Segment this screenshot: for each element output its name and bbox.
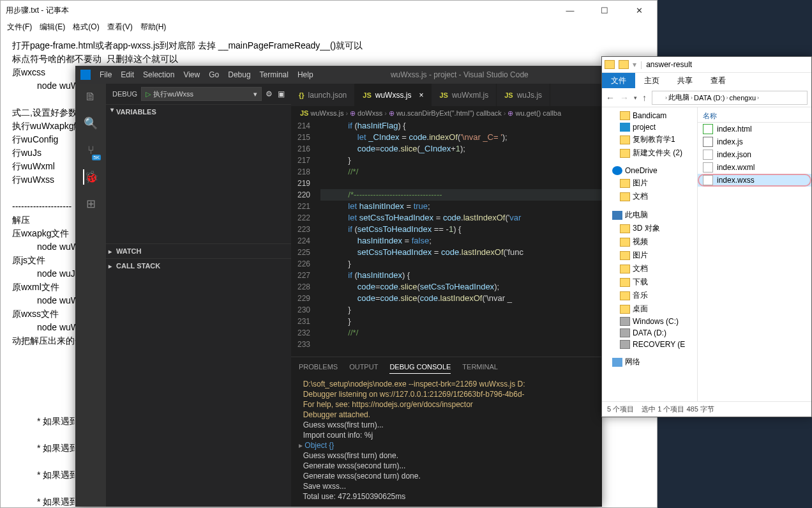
tree-node[interactable]: 视频 xyxy=(602,235,697,249)
tab-wuWxss.js[interactable]: JSwuWxss.js× xyxy=(355,84,432,106)
file-icon: JS xyxy=(300,109,308,117)
menu-debug[interactable]: Debug xyxy=(228,70,250,79)
editor-tabs: {}launch.jsonJSwuWxss.js×JSwuWxml.jsJSwu… xyxy=(291,84,602,106)
tree-node[interactable]: 复制教育学1 xyxy=(602,133,697,146)
file-icon xyxy=(703,124,713,134)
method-icon: ⊕ xyxy=(389,109,395,118)
tree-node[interactable]: DATA (D:) xyxy=(602,327,697,339)
maximize-button[interactable]: ☐ xyxy=(592,6,617,15)
ribbon-file[interactable]: 文件 xyxy=(602,73,635,88)
menu-edit[interactable]: 编辑(E) xyxy=(37,20,68,34)
debug-config-name: 执行wuWxss xyxy=(153,89,193,99)
debug-sidebar: DEBUG ▷ 执行wuWxss ▾ ⚙ ▣ ▸ VARIABLES ▸ WAT… xyxy=(106,84,291,507)
tree-node[interactable]: 新建文件夹 (2) xyxy=(602,146,697,160)
debug-console[interactable]: D:\soft_setup\nodejs\node.exe --inspect-… xyxy=(291,376,602,507)
up-button[interactable]: ↑ xyxy=(642,93,647,103)
tab-wuJs.js[interactable]: JSwuJs.js xyxy=(497,84,550,106)
explorer-icon[interactable]: 🗎 xyxy=(83,89,98,104)
net-icon xyxy=(612,358,622,367)
tree-node[interactable]: 图片 xyxy=(602,249,697,262)
file-icon xyxy=(703,150,713,160)
column-header-name[interactable]: 名称 xyxy=(698,110,811,123)
folder-icon xyxy=(620,192,630,201)
tree-node[interactable]: 文档 xyxy=(602,262,697,275)
tree-node[interactable]: 网络 xyxy=(602,355,697,369)
menu-terminal[interactable]: Terminal xyxy=(260,70,289,79)
ribbon-home[interactable]: 主页 xyxy=(635,73,668,88)
menu-file[interactable]: File xyxy=(100,70,112,79)
search-icon[interactable]: 🔍 xyxy=(83,116,98,131)
folder-icon xyxy=(620,265,630,273)
tree-node[interactable]: 文档 xyxy=(602,190,697,203)
ribbon-share[interactable]: 共享 xyxy=(668,73,702,88)
nav-tree: Bandicamproject复制教育学1新建文件夹 (2)OneDrive图片… xyxy=(602,107,698,401)
file-icon: JS xyxy=(439,91,447,99)
panel-tab-debug-console[interactable]: DEBUG CONSOLE xyxy=(389,360,451,374)
tree-node[interactable]: RECOVERY (E xyxy=(602,339,697,350)
tree-node[interactable]: Bandicam xyxy=(602,110,697,121)
console-icon[interactable]: ▣ xyxy=(278,89,285,98)
drive-icon xyxy=(620,317,630,326)
folder-icon xyxy=(620,291,630,300)
tab-wuWxml.js[interactable]: JSwuWxml.js xyxy=(432,84,497,106)
nav-bar: ← → ▾ ↑ › 此电脑›DATA (D:)›chengxu› xyxy=(602,88,811,107)
recent-button[interactable]: ▾ xyxy=(634,95,637,101)
panel-tab-problems[interactable]: PROBLEMS xyxy=(299,360,338,373)
file-item[interactable]: index.wxss xyxy=(698,174,811,187)
vscode-titlebar[interactable]: File Edit Selection View Go Debug Termin… xyxy=(75,66,602,84)
tab-launch.json[interactable]: {}launch.json xyxy=(291,84,355,106)
forward-button[interactable]: → xyxy=(620,93,629,103)
tree-node[interactable]: project xyxy=(602,121,697,133)
extensions-icon[interactable]: ⊞ xyxy=(83,196,98,212)
explorer-window: ▾ | answer-result 文件 主页 共享 查看 ← → ▾ ↑ › … xyxy=(601,56,812,417)
tree-node[interactable]: 3D 对象 xyxy=(602,222,697,235)
watch-section[interactable]: ▸ WATCH xyxy=(106,244,291,258)
file-item[interactable]: index.js xyxy=(698,135,811,148)
menu-view[interactable]: 查看(V) xyxy=(105,20,135,34)
folder-icon xyxy=(655,94,664,102)
notepad-titlebar[interactable]: 用步骤.txt - 记事本 — ☐ ✕ xyxy=(1,1,657,20)
minimize-button[interactable]: — xyxy=(557,6,583,15)
menu-format[interactable]: 格式(O) xyxy=(70,20,102,34)
tree-node[interactable]: 图片 xyxy=(602,176,697,190)
vscode-title: wuWxss.js - project - Visual Studio Code xyxy=(322,70,597,79)
file-item[interactable]: index.html xyxy=(698,123,811,135)
source-control-icon[interactable]: ⑂5K xyxy=(83,142,98,158)
variables-section[interactable]: ▸ VARIABLES xyxy=(106,105,291,119)
file-icon: {} xyxy=(299,91,304,99)
tree-node[interactable]: Windows (C:) xyxy=(602,316,697,327)
tree-node[interactable]: 桌面 xyxy=(602,302,697,316)
notepad-menubar: 文件(F) 编辑(E) 格式(O) 查看(V) 帮助(H) xyxy=(1,20,657,34)
tree-node[interactable]: OneDrive xyxy=(602,165,697,176)
menu-view[interactable]: View xyxy=(183,70,200,79)
folder-icon xyxy=(619,60,629,69)
menu-selection[interactable]: Selection xyxy=(143,70,174,79)
debug-config-select[interactable]: ▷ 执行wuWxss ▾ xyxy=(141,87,262,101)
panel-tab-terminal[interactable]: TERMINAL xyxy=(462,360,498,373)
drive-icon xyxy=(620,328,630,337)
panel-tab-output[interactable]: OUTPUT xyxy=(349,360,378,373)
menu-go[interactable]: Go xyxy=(209,70,219,79)
ribbon-view[interactable]: 查看 xyxy=(702,73,735,88)
menu-help[interactable]: Help xyxy=(297,70,313,79)
menu-edit[interactable]: Edit xyxy=(121,70,134,79)
tree-node[interactable]: 此电脑 xyxy=(602,208,697,222)
explorer-titlebar[interactable]: ▾ | answer-result xyxy=(602,57,811,73)
debug-label: DEBUG xyxy=(112,90,137,98)
file-item[interactable]: index.json xyxy=(698,148,811,161)
gear-icon[interactable]: ⚙ xyxy=(266,89,273,98)
breadcrumb[interactable]: JSwuWxss.js › ⊕ doWxss › ⊕ wu.scanDirByE… xyxy=(291,106,602,120)
close-button[interactable]: ✕ xyxy=(626,6,652,15)
tree-node[interactable]: 下载 xyxy=(602,275,697,289)
back-button[interactable]: ← xyxy=(606,93,615,103)
close-tab-icon[interactable]: × xyxy=(419,91,423,100)
pc-icon xyxy=(612,211,622,220)
file-item[interactable]: index.wxml xyxy=(698,161,811,174)
code-editor[interactable]: 2142152162172182192202212222232242252262… xyxy=(291,120,602,357)
address-bar[interactable]: › 此电脑›DATA (D:)›chengxu› xyxy=(652,91,808,105)
callstack-section[interactable]: ▸ CALL STACK xyxy=(106,259,291,273)
debug-icon[interactable]: 🐞 xyxy=(83,169,98,185)
menu-file[interactable]: 文件(F) xyxy=(4,20,34,34)
menu-help[interactable]: 帮助(H) xyxy=(138,20,169,34)
tree-node[interactable]: 音乐 xyxy=(602,289,697,302)
